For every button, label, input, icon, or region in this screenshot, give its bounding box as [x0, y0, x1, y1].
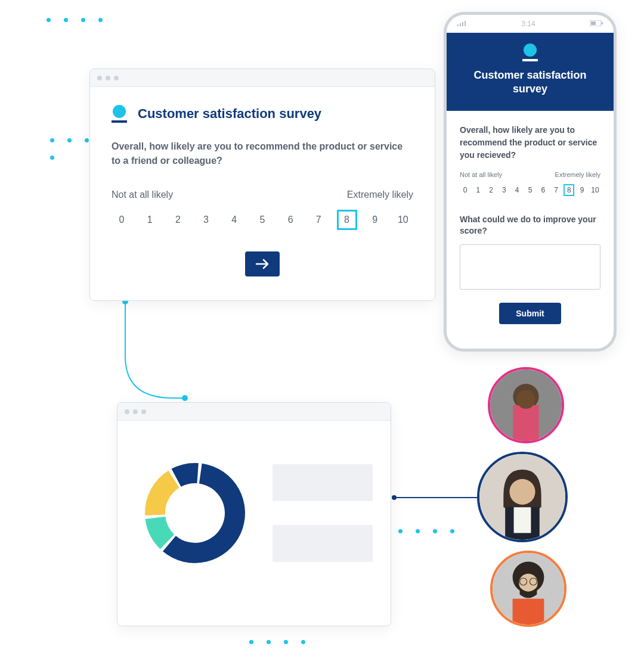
scale-option-8[interactable]: 8	[337, 210, 357, 230]
connector-desktop-report	[119, 297, 191, 410]
report-window	[117, 402, 391, 626]
decorative-dots-bottom	[249, 640, 409, 661]
placeholder-block	[273, 525, 373, 562]
mobile-scale-option-6[interactable]: 6	[538, 184, 549, 196]
window-dot	[114, 76, 119, 80]
scale-option-10[interactable]: 10	[393, 210, 413, 230]
svg-point-14	[516, 390, 535, 409]
scale-option-4[interactable]: 4	[224, 210, 244, 230]
mobile-scale-option-1[interactable]: 1	[473, 184, 484, 196]
mobile-time: 3:14	[521, 20, 535, 28]
svg-rect-5	[460, 23, 461, 26]
mobile-nps-scale: 012345678910	[460, 184, 600, 196]
window-dot	[141, 409, 146, 414]
nps-scale: 012345678910	[112, 210, 413, 230]
report-placeholders	[273, 464, 373, 562]
avatar	[477, 452, 568, 542]
placeholder-block	[273, 464, 373, 501]
svg-rect-6	[462, 22, 463, 26]
mobile-status-bar: 3:14	[447, 15, 614, 33]
svg-rect-18	[514, 507, 531, 533]
decorative-dots-right	[398, 529, 472, 602]
window-dot	[97, 76, 102, 80]
svg-rect-13	[513, 405, 538, 441]
mobile-scale-option-10[interactable]: 10	[590, 184, 600, 196]
mobile-scale-option-7[interactable]: 7	[551, 184, 562, 196]
mobile-scale-option-5[interactable]: 5	[525, 184, 535, 196]
decorative-dots-left	[50, 138, 89, 194]
svg-rect-22	[513, 599, 544, 624]
scale-option-9[interactable]: 9	[365, 210, 385, 230]
survey-question: Overall, how likely are you to recommend…	[112, 139, 413, 168]
window-dot	[133, 409, 138, 414]
feedback-textarea[interactable]	[460, 244, 600, 290]
mobile-scale-label-low: Not at all likely	[460, 171, 502, 178]
mobile-scale-option-4[interactable]: 4	[512, 184, 522, 196]
mobile-survey-title: Customer satisfaction survey	[461, 69, 599, 97]
brand-logo-underline	[522, 59, 538, 61]
mobile-scale-option-8[interactable]: 8	[564, 184, 574, 196]
mobile-device: 3:14 Customer satisfaction survey Overal…	[444, 12, 617, 352]
scale-option-5[interactable]: 5	[252, 210, 273, 230]
donut-segment	[145, 471, 179, 515]
scale-option-6[interactable]: 6	[280, 210, 301, 230]
svg-point-3	[392, 495, 397, 500]
scale-option-7[interactable]: 7	[308, 210, 329, 230]
mobile-followup-question: What could we do to improve your score?	[460, 214, 600, 237]
svg-point-16	[509, 479, 535, 505]
mobile-header: Customer satisfaction survey	[447, 33, 614, 111]
window-dot	[125, 409, 129, 414]
mobile-scale-label-high: Extremely likely	[555, 171, 600, 178]
next-button[interactable]	[245, 251, 280, 276]
window-titlebar	[90, 69, 435, 87]
brand-logo-circle	[524, 43, 537, 57]
connector-report-avatars	[391, 495, 487, 501]
svg-rect-9	[591, 21, 596, 25]
svg-rect-10	[602, 22, 603, 24]
svg-rect-4	[457, 24, 459, 26]
scale-option-2[interactable]: 2	[168, 210, 188, 230]
mobile-scale-option-2[interactable]: 2	[486, 184, 497, 196]
mobile-scale-option-9[interactable]: 9	[577, 184, 587, 196]
scale-option-1[interactable]: 1	[140, 210, 160, 230]
scale-label-low: Not at all likely	[112, 189, 173, 200]
survey-title: Customer satisfaction survey	[138, 106, 321, 122]
window-titlebar	[117, 403, 391, 421]
window-dot	[106, 76, 110, 80]
avatar	[488, 367, 564, 443]
donut-chart	[135, 453, 255, 573]
donut-segment	[163, 464, 245, 563]
scale-option-0[interactable]: 0	[112, 210, 132, 230]
scale-option-3[interactable]: 3	[196, 210, 216, 230]
svg-rect-7	[465, 21, 466, 26]
submit-button[interactable]: Submit	[499, 303, 561, 324]
signal-icon	[457, 20, 467, 28]
scale-label-high: Extremely likely	[347, 189, 413, 200]
arrow-right-icon	[255, 258, 270, 270]
battery-icon	[590, 20, 603, 28]
mobile-question: Overall, how likely are you to recommend…	[460, 124, 600, 161]
desktop-survey-window: Customer satisfaction survey Overall, ho…	[89, 69, 435, 301]
mobile-scale-option-0[interactable]: 0	[460, 184, 470, 196]
avatar	[490, 551, 566, 627]
svg-point-1	[182, 395, 188, 401]
brand-logo	[112, 105, 127, 123]
mobile-scale-option-3[interactable]: 3	[499, 184, 509, 196]
